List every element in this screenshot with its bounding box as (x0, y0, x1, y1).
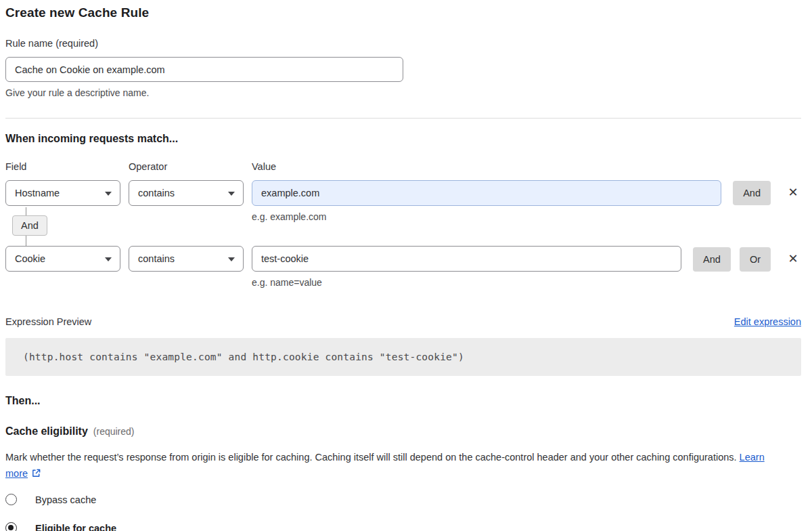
operator-select-2[interactable]: contains (129, 246, 244, 272)
expression-code-block: (http.host contains "example.com" and ht… (5, 338, 801, 376)
description-text: Mark whether the request’s response from… (5, 452, 737, 463)
external-link-icon (31, 467, 41, 483)
radio-icon (5, 494, 17, 505)
value-input-2[interactable] (252, 246, 681, 272)
operator-select-1-value: contains (138, 188, 175, 198)
value-column-label: Value (252, 161, 721, 172)
cache-eligibility-options: Bypass cache Eligible for cache (5, 494, 801, 531)
value-hint-2: e.g. name=value (252, 277, 681, 288)
expression-preview-label: Expression Preview (5, 316, 91, 327)
chevron-down-icon (105, 257, 112, 261)
rule-name-label: Rule name (required) (5, 38, 801, 49)
close-icon: ✕ (788, 186, 798, 199)
page-title: Create new Cache Rule (5, 5, 801, 20)
edit-expression-link[interactable]: Edit expression (734, 316, 801, 327)
operator-select-2-value: contains (138, 253, 175, 264)
and-button-row-2[interactable]: And (693, 247, 731, 272)
remove-row-1-button[interactable]: ✕ (785, 179, 801, 205)
chevron-down-icon (105, 192, 112, 196)
field-select-2[interactable]: Cookie (5, 246, 120, 272)
and-button-row-1[interactable]: And (733, 181, 771, 205)
remove-row-2-button[interactable]: ✕ (785, 246, 801, 272)
radio-icon (5, 522, 17, 531)
and-connector-badge: And (12, 215, 47, 236)
field-column-label: Field (5, 161, 120, 172)
radio-option-bypass-cache[interactable]: Bypass cache (5, 494, 801, 505)
operator-column-label: Operator (129, 161, 244, 172)
and-connector: And (5, 215, 801, 238)
then-heading: Then... (5, 395, 801, 407)
cache-eligibility-heading-row: Cache eligibility (required) (5, 425, 801, 438)
radio-label: Eligible for cache (35, 523, 116, 531)
required-note: (required) (93, 426, 135, 437)
condition-row-1: Field Hostname Operator contains Value e… (5, 161, 801, 222)
chevron-down-icon (228, 257, 235, 261)
field-select-1-value: Hostname (15, 188, 60, 198)
chevron-down-icon (228, 192, 235, 196)
rule-name-helper: Give your rule a descriptive name. (5, 87, 801, 98)
radio-label: Bypass cache (35, 494, 96, 505)
cache-eligibility-heading: Cache eligibility (5, 425, 88, 438)
expression-header: Expression Preview Edit expression (5, 316, 801, 327)
operator-select-1[interactable]: contains (129, 180, 244, 206)
rule-name-input[interactable] (5, 57, 403, 82)
section-divider (5, 118, 801, 119)
expression-code: (http.host contains "example.com" and ht… (23, 352, 464, 362)
value-input-1[interactable] (252, 180, 721, 206)
or-button-row-2[interactable]: Or (740, 247, 771, 272)
match-heading: When incoming requests match... (5, 133, 801, 145)
condition-row-2: Cookie contains e.g. name=value And Or ✕ (5, 246, 801, 288)
field-select-1[interactable]: Hostname (5, 180, 120, 206)
cache-eligibility-description: Mark whether the request’s response from… (5, 449, 787, 483)
rule-name-section: Rule name (required) Give your rule a de… (5, 38, 801, 98)
close-icon: ✕ (788, 252, 798, 266)
field-select-2-value: Cookie (15, 253, 45, 264)
radio-option-eligible-for-cache[interactable]: Eligible for cache (5, 522, 801, 531)
